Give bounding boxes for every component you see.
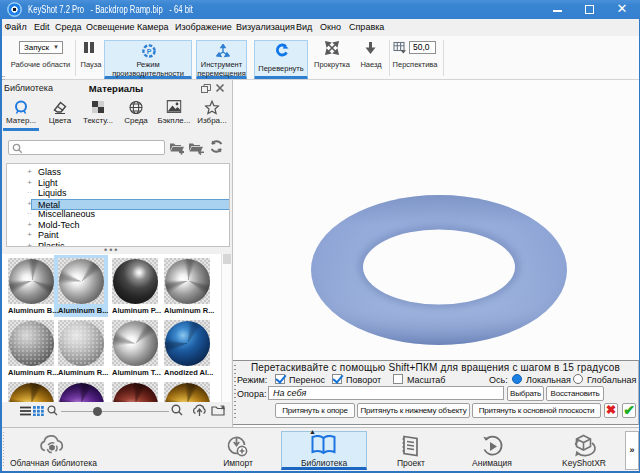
svg-text:P: P: [147, 48, 152, 55]
